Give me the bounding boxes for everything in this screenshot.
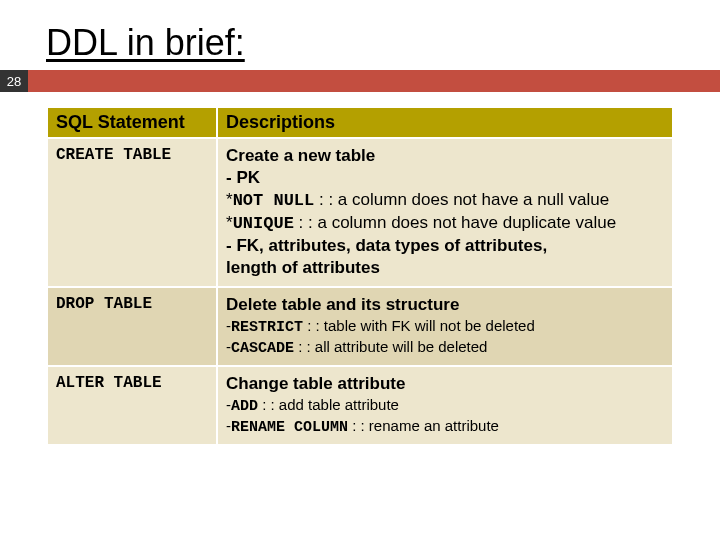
- table-row: CREATE TABLE Create a new table - PK *NO…: [47, 138, 673, 287]
- sql-desc: Create a new table - PK *NOT NULL : : a …: [217, 138, 673, 287]
- slide: DDL in brief: 28 SQL Statement Descripti…: [0, 0, 720, 540]
- col-header-description: Descriptions: [217, 107, 673, 138]
- t: : : a column does not have a null value: [314, 190, 609, 209]
- desc-line: *NOT NULL : : a column does not have a n…: [226, 189, 664, 212]
- desc-line: *UNIQUE : : a column does not have dupli…: [226, 212, 664, 235]
- kw-restrict: RESTRICT: [231, 319, 303, 336]
- sql-cmd: ALTER TABLE: [47, 366, 217, 445]
- desc-line: -CASCADE : : all attribute will be delet…: [226, 337, 664, 359]
- desc-line: -RENAME COLUMN : : rename an attribute: [226, 416, 664, 438]
- desc-line: - PK: [226, 167, 664, 189]
- desc-line: -ADD : : add table attribute: [226, 395, 664, 417]
- desc-line: Change table attribute: [226, 373, 664, 395]
- desc-line: -RESTRICT : : table with FK will not be …: [226, 316, 664, 338]
- sql-cmd: CREATE TABLE: [47, 138, 217, 287]
- page-title: DDL in brief:: [0, 22, 720, 64]
- col-header-statement: SQL Statement: [47, 107, 217, 138]
- sql-desc: Change table attribute -ADD : : add tabl…: [217, 366, 673, 445]
- t: : : a column does not have duplicate val…: [294, 213, 616, 232]
- sql-cmd: DROP TABLE: [47, 287, 217, 366]
- kw-cascade: CASCADE: [231, 340, 294, 357]
- kw-not-null: NOT NULL: [233, 191, 315, 210]
- ddl-table: SQL Statement Descriptions CREATE TABLE …: [46, 106, 674, 446]
- t: *: [226, 213, 233, 232]
- desc-line: Delete table and its structure: [226, 294, 664, 316]
- sql-desc: Delete table and its structure -RESTRICT…: [217, 287, 673, 366]
- desc-line: Create a new table: [226, 145, 664, 167]
- accent-band: 28: [0, 70, 720, 92]
- table-header-row: SQL Statement Descriptions: [47, 107, 673, 138]
- kw-add: ADD: [231, 398, 258, 415]
- t: : : all attribute will be deleted: [294, 338, 487, 355]
- table-row: ALTER TABLE Change table attribute -ADD …: [47, 366, 673, 445]
- t: : : rename an attribute: [348, 417, 499, 434]
- t: : : table with FK will not be deleted: [303, 317, 535, 334]
- kw-unique: UNIQUE: [233, 214, 294, 233]
- kw-rename-column: RENAME COLUMN: [231, 419, 348, 436]
- table-row: DROP TABLE Delete table and its structur…: [47, 287, 673, 366]
- desc-line: length of attributes: [226, 257, 664, 279]
- ddl-table-wrap: SQL Statement Descriptions CREATE TABLE …: [46, 106, 674, 446]
- page-number: 28: [0, 70, 28, 92]
- t: *: [226, 190, 233, 209]
- desc-line: - FK, attributes, data types of attribut…: [226, 235, 664, 257]
- t: : : add table attribute: [258, 396, 399, 413]
